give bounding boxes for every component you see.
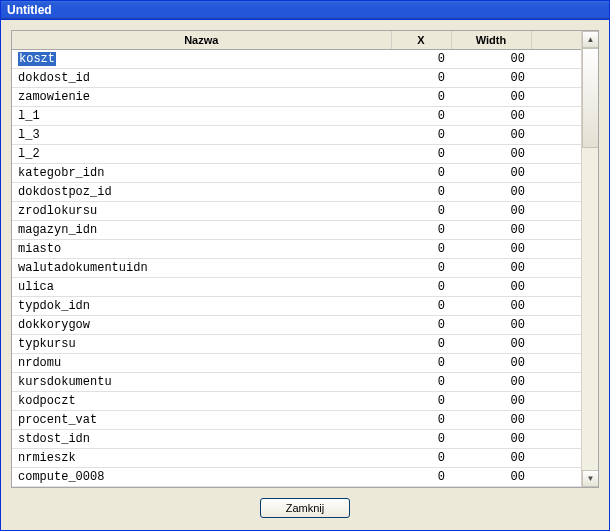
close-button[interactable]: Zamknij: [260, 498, 350, 518]
cell-x[interactable]: 0: [391, 107, 451, 126]
table-row[interactable]: dokdostpoz_id000: [12, 183, 581, 202]
cell-width[interactable]: 00: [451, 107, 531, 126]
table-row[interactable]: miasto000: [12, 240, 581, 259]
cell-x[interactable]: 0: [391, 126, 451, 145]
cell-name[interactable]: walutadokumentuidn: [12, 259, 391, 278]
table-row[interactable]: nrdomu000: [12, 354, 581, 373]
cell-width[interactable]: 00: [451, 335, 531, 354]
table-row[interactable]: compute_0008000: [12, 468, 581, 487]
cell-name[interactable]: l_3: [12, 126, 391, 145]
cell-width[interactable]: 00: [451, 430, 531, 449]
table-row[interactable]: procent_vat000: [12, 411, 581, 430]
cell-width[interactable]: 00: [451, 278, 531, 297]
cell-name[interactable]: koszt: [12, 50, 391, 69]
table-row[interactable]: koszt000: [12, 50, 581, 69]
cell-width[interactable]: 00: [451, 354, 531, 373]
cell-name[interactable]: miasto: [12, 240, 391, 259]
titlebar[interactable]: Untitled: [1, 1, 609, 20]
cell-width[interactable]: 00: [451, 164, 531, 183]
cell-x[interactable]: 0: [391, 297, 451, 316]
table-row[interactable]: kursdokumentu000: [12, 373, 581, 392]
cell-name[interactable]: magazyn_idn: [12, 221, 391, 240]
table-row[interactable]: l_1000: [12, 107, 581, 126]
cell-x[interactable]: 0: [391, 278, 451, 297]
cell-x[interactable]: 0: [391, 145, 451, 164]
table-row[interactable]: l_3000: [12, 126, 581, 145]
cell-name[interactable]: zrodlokursu: [12, 202, 391, 221]
cell-x[interactable]: 0: [391, 430, 451, 449]
table-row[interactable]: typkursu000: [12, 335, 581, 354]
cell-width[interactable]: 00: [451, 183, 531, 202]
cell-x[interactable]: 0: [391, 411, 451, 430]
cell-width[interactable]: 00: [451, 449, 531, 468]
table-row[interactable]: dokdost_id000: [12, 69, 581, 88]
table-row[interactable]: nrmieszk000: [12, 449, 581, 468]
col-header-x[interactable]: X: [391, 31, 451, 50]
cell-width[interactable]: 00: [451, 316, 531, 335]
cell-width[interactable]: 00: [451, 50, 531, 69]
cell-x[interactable]: 0: [391, 240, 451, 259]
cell-name[interactable]: zamowienie: [12, 88, 391, 107]
cell-name[interactable]: stdost_idn: [12, 430, 391, 449]
cell-name[interactable]: l_2: [12, 145, 391, 164]
cell-x[interactable]: 0: [391, 373, 451, 392]
cell-width[interactable]: 00: [451, 468, 531, 487]
cell-width[interactable]: 00: [451, 69, 531, 88]
cell-width[interactable]: 00: [451, 373, 531, 392]
cell-name[interactable]: nrdomu: [12, 354, 391, 373]
table-row[interactable]: ulica000: [12, 278, 581, 297]
cell-name[interactable]: dokdostpoz_id: [12, 183, 391, 202]
cell-x[interactable]: 0: [391, 69, 451, 88]
cell-name[interactable]: kategobr_idn: [12, 164, 391, 183]
cell-x[interactable]: 0: [391, 164, 451, 183]
cell-x[interactable]: 0: [391, 221, 451, 240]
table-row[interactable]: walutadokumentuidn000: [12, 259, 581, 278]
cell-x[interactable]: 0: [391, 468, 451, 487]
cell-name[interactable]: dokkorygow: [12, 316, 391, 335]
cell-name[interactable]: typkursu: [12, 335, 391, 354]
cell-x[interactable]: 0: [391, 354, 451, 373]
col-header-width[interactable]: Width: [451, 31, 531, 50]
cell-width[interactable]: 00: [451, 240, 531, 259]
table-row[interactable]: zamowienie000: [12, 88, 581, 107]
table-row[interactable]: kodpoczt000: [12, 392, 581, 411]
cell-width[interactable]: 00: [451, 392, 531, 411]
col-header-name[interactable]: Nazwa: [12, 31, 391, 50]
table-row[interactable]: dokkorygow000: [12, 316, 581, 335]
cell-name[interactable]: kodpoczt: [12, 392, 391, 411]
cell-width[interactable]: 00: [451, 411, 531, 430]
cell-name[interactable]: typdok_idn: [12, 297, 391, 316]
cell-width[interactable]: 00: [451, 297, 531, 316]
cell-x[interactable]: 0: [391, 449, 451, 468]
cell-x[interactable]: 0: [391, 259, 451, 278]
cell-x[interactable]: 0: [391, 316, 451, 335]
cell-name[interactable]: dokdost_id: [12, 69, 391, 88]
cell-width[interactable]: 00: [451, 126, 531, 145]
cell-x[interactable]: 0: [391, 392, 451, 411]
cell-name[interactable]: l_1: [12, 107, 391, 126]
cell-name[interactable]: ulica: [12, 278, 391, 297]
cell-width[interactable]: 00: [451, 202, 531, 221]
cell-x[interactable]: 0: [391, 335, 451, 354]
table-row[interactable]: typdok_idn000: [12, 297, 581, 316]
table-row[interactable]: kategobr_idn000: [12, 164, 581, 183]
cell-x[interactable]: 0: [391, 202, 451, 221]
cell-width[interactable]: 00: [451, 259, 531, 278]
cell-width[interactable]: 00: [451, 221, 531, 240]
cell-x[interactable]: 0: [391, 88, 451, 107]
table-row[interactable]: magazyn_idn000: [12, 221, 581, 240]
cell-name[interactable]: compute_0008: [12, 468, 391, 487]
cell-name[interactable]: procent_vat: [12, 411, 391, 430]
cell-x[interactable]: 0: [391, 183, 451, 202]
scroll-down-button[interactable]: ▼: [582, 470, 599, 487]
table-row[interactable]: zrodlokursu000: [12, 202, 581, 221]
cell-width[interactable]: 00: [451, 145, 531, 164]
cell-name[interactable]: nrmieszk: [12, 449, 391, 468]
cell-name[interactable]: kursdokumentu: [12, 373, 391, 392]
table-row[interactable]: l_2000: [12, 145, 581, 164]
vertical-scrollbar[interactable]: ▲ ▼: [581, 31, 598, 487]
cell-x[interactable]: 0: [391, 50, 451, 69]
table-row[interactable]: stdost_idn000: [12, 430, 581, 449]
cell-width[interactable]: 00: [451, 88, 531, 107]
scroll-thumb[interactable]: [582, 48, 599, 148]
